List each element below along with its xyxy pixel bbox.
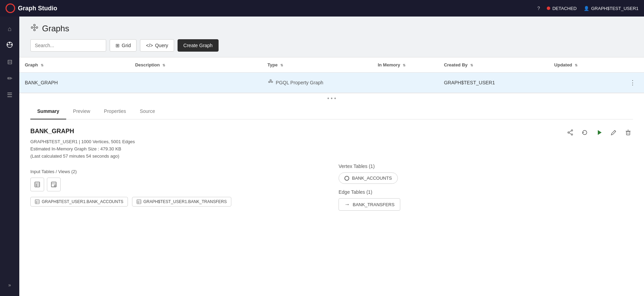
cell-actions: ⋮	[615, 73, 644, 93]
sidebar-expand-button[interactable]: »	[3, 279, 17, 290]
row-menu-button[interactable]: ⋮	[627, 77, 638, 88]
grid-button[interactable]: ⊞ Grid	[110, 39, 137, 52]
share-button[interactable]	[565, 128, 575, 139]
svg-line-20	[569, 131, 571, 132]
col-header-createdby[interactable]: Created By ⇅	[439, 57, 549, 73]
table-body: BANK_GRAPH	[19, 73, 644, 93]
user-badge[interactable]: 👤 GRAPH$TEST_USER1	[584, 6, 638, 11]
tab-source[interactable]: Source	[133, 104, 162, 119]
status-badge: DETACHED	[547, 6, 577, 11]
load-memory-button[interactable]	[594, 128, 604, 139]
sort-icon-type: ⇅	[280, 63, 283, 67]
col-header-graph[interactable]: Graph ⇅	[19, 57, 130, 73]
edge-chip-transfers: → BANK_TRANSFERS	[339, 198, 400, 211]
grid-icon: ⊞	[115, 43, 120, 48]
svg-rect-23	[626, 131, 630, 135]
navbar-right: ? DETACHED 👤 GRAPH$TEST_USER1	[537, 6, 638, 11]
table-header: Graph ⇅ Description ⇅ Type ⇅ In Memory ⇅	[19, 57, 644, 73]
tables-icon: ⊟	[7, 58, 12, 66]
svg-rect-37	[35, 200, 39, 204]
svg-rect-28	[35, 182, 40, 187]
logo-icon	[6, 3, 15, 13]
panel-divider[interactable]: • • •	[19, 93, 644, 104]
app-title: Graph Studio	[18, 5, 57, 12]
svg-point-7	[36, 27, 38, 29]
col-header-description[interactable]: Description ⇅	[130, 57, 262, 73]
graph-icon	[6, 41, 13, 50]
graph-table: Graph ⇅ Description ⇅ Type ⇅ In Memory ⇅	[19, 57, 644, 93]
edge-arrow-icon: →	[344, 201, 350, 208]
query-button[interactable]: </> Query	[140, 39, 174, 52]
search-input[interactable]	[30, 39, 106, 52]
svg-point-17	[571, 130, 573, 131]
svg-point-14	[270, 80, 271, 81]
col-header-inmemory[interactable]: In Memory ⇅	[372, 57, 439, 73]
delete-button[interactable]	[623, 128, 633, 139]
summary-meta-line3: (Last calculated 57 minutes 54 seconds a…	[30, 154, 135, 159]
svg-line-21	[569, 133, 571, 134]
toolbar: ⊞ Grid </> Query Create Graph	[30, 39, 633, 57]
col-header-updated[interactable]: Updated ⇅	[549, 57, 615, 73]
table-chip-accounts: GRAPH$TEST_USER1.BANK_ACCOUNTS	[30, 197, 128, 207]
detail-panel: Summary Preview Properties Source BANK_G…	[19, 104, 644, 219]
col-header-type[interactable]: Type ⇅	[262, 57, 372, 73]
notebook-icon: ☰	[7, 91, 12, 99]
summary-meta-line1: GRAPH$TEST_USER1 | 1000 Vertices, 5001 E…	[30, 139, 135, 144]
grid-label: Grid	[122, 43, 131, 48]
query-label: Query	[155, 43, 168, 48]
summary-meta-line2: Estimated In-Memory Graph Size : 479.30 …	[30, 146, 135, 151]
table-view-button[interactable]	[30, 178, 44, 191]
table-schema-button[interactable]	[47, 178, 61, 191]
tab-properties[interactable]: Properties	[97, 104, 133, 119]
summary-header: BANK_GRAPH GRAPH$TEST_USER1 | 1000 Verti…	[30, 128, 633, 161]
summary-right: Vertex Tables (1) BANK_ACCOUNTS Edge Tab…	[339, 163, 633, 211]
table-row[interactable]: BANK_GRAPH	[19, 73, 644, 93]
graph-table-container: Graph ⇅ Description ⇅ Type ⇅ In Memory ⇅	[19, 57, 644, 93]
svg-marker-22	[598, 130, 602, 135]
page-title-icon	[30, 23, 39, 34]
sidebar-item-home[interactable]: ⌂	[3, 22, 17, 36]
create-graph-button[interactable]: Create Graph	[178, 39, 219, 52]
sidebar-item-tables[interactable]: ⊟	[3, 55, 17, 69]
summary-left: Input Tables / Views (2)	[30, 163, 325, 211]
page-header: Graphs ⊞ Grid </> Query Create Graph	[19, 17, 644, 57]
query-icon: ✏	[7, 75, 12, 82]
svg-point-3	[9, 42, 10, 43]
tab-preview[interactable]: Preview	[66, 104, 97, 119]
summary-actions	[565, 128, 633, 139]
sort-icon-description: ⇅	[162, 63, 165, 67]
user-label: GRAPH$TEST_USER1	[591, 6, 638, 11]
sidebar-item-graphs[interactable]	[3, 39, 17, 52]
sidebar-item-notebook[interactable]: ☰	[3, 88, 17, 102]
home-icon: ⌂	[8, 25, 12, 33]
user-icon: 👤	[584, 6, 589, 11]
type-badge: PGQL Property Graph	[268, 79, 367, 86]
tab-summary[interactable]: Summary	[30, 104, 66, 119]
sort-icon-updated: ⇅	[575, 63, 577, 67]
help-icon[interactable]: ?	[537, 6, 540, 11]
svg-point-8	[34, 24, 36, 26]
pgql-icon	[268, 79, 274, 86]
cell-updated	[549, 73, 615, 93]
vertex-tables-label: Vertex Tables (1)	[339, 163, 633, 169]
edit-button[interactable]	[609, 128, 618, 139]
vertex-dot-icon	[344, 176, 349, 181]
sidebar-item-query[interactable]: ✏	[3, 72, 17, 85]
table-chip-transfers: GRAPH$TEST_USER1.BANK_TRANSFERS	[132, 197, 231, 207]
summary-graph-name: BANK_GRAPH	[30, 128, 135, 135]
refresh-button[interactable]	[580, 128, 590, 139]
page-title: Graphs	[42, 24, 69, 33]
svg-point-13	[271, 81, 273, 83]
navbar: Graph Studio ? DETACHED 👤 GRAPH$TEST_USE…	[0, 0, 644, 17]
cell-createdby: GRAPH$TEST_USER1	[439, 73, 549, 93]
edge-tables-label: Edge Tables (1)	[339, 189, 633, 195]
table-chips-container: GRAPH$TEST_USER1.BANK_ACCOUNTS GRAPH$TES…	[30, 195, 325, 207]
sort-icon-graph: ⇅	[41, 63, 43, 67]
sidebar: ⌂ ⊟ ✏ ☰ »	[0, 17, 19, 296]
svg-point-2	[11, 44, 12, 45]
cell-inmemory	[372, 73, 439, 93]
svg-point-19	[568, 132, 569, 133]
vertex-chip-accounts: BANK_ACCOUNTS	[339, 172, 398, 184]
status-label: DETACHED	[552, 6, 577, 11]
main-content: Graphs ⊞ Grid </> Query Create Graph Gra…	[19, 17, 644, 296]
